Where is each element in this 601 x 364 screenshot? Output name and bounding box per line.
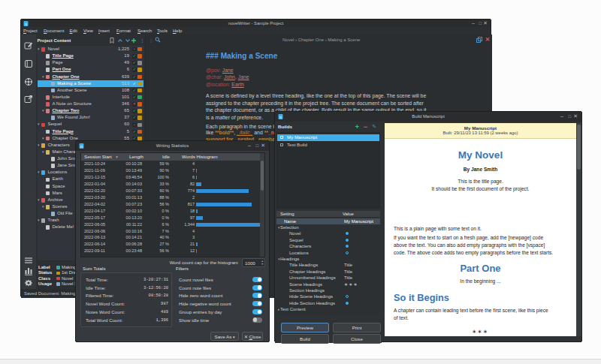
svg-text:n: n <box>279 115 282 119</box>
svg-text:n: n <box>80 144 83 149</box>
svg-text:n: n <box>25 22 27 26</box>
